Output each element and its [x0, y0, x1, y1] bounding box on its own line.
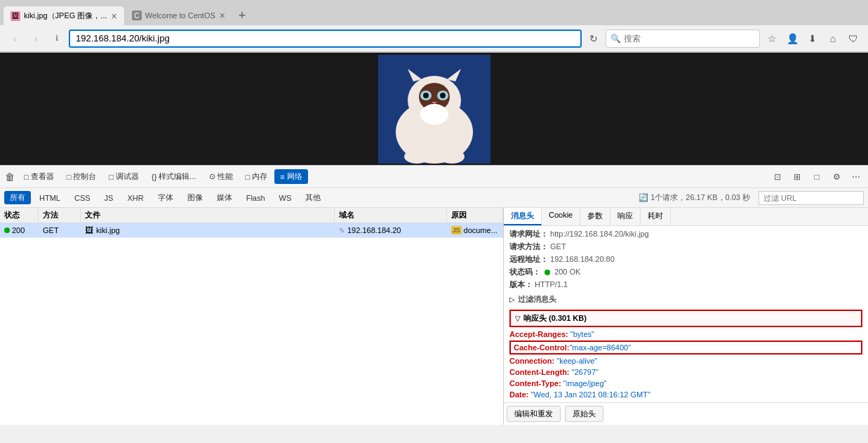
devtools-trash-button[interactable]: 🗑 [3, 170, 17, 184]
shield-button[interactable]: 🛡 [844, 29, 862, 48]
perf-icon: ⊙ [209, 172, 215, 181]
tab-kiki[interactable]: 🖼 kiki.jpg（JPEG 图像，... × [3, 6, 125, 25]
devtools-inspector-btn[interactable]: □ 查看器 [18, 169, 60, 184]
svg-point-9 [440, 93, 446, 98]
svg-point-13 [439, 150, 465, 164]
filter-all-btn[interactable]: 所有 [4, 191, 31, 204]
status-label: 状态码： [509, 267, 540, 276]
image-display-area [0, 53, 868, 165]
response-header-section: ▽ 响应头 (0.301 KB) Accept-Ranges: "bytes" … [509, 310, 862, 402]
cache-control-name: Cache-Control: [514, 343, 569, 352]
devtools-debugger-btn[interactable]: □ 调试器 [103, 169, 145, 184]
detail-tab-params[interactable]: 参数 [580, 208, 610, 225]
table-row[interactable]: 200 GET 🖼 kiki.jpg ✎ 192.168.184.20 JS d… [0, 223, 503, 238]
devtools-split-btn[interactable]: ⊞ [788, 168, 806, 186]
th-file: 文件 [81, 208, 335, 223]
th-domain: 域名 [335, 208, 447, 223]
tab-label-centos: Welcome to CentOS [145, 11, 215, 20]
filter-font-btn[interactable]: 字体 [152, 191, 179, 204]
inspector-label: 查看器 [31, 171, 54, 182]
devtools-network-btn[interactable]: ≡ 网络 [274, 169, 307, 184]
tab-label-kiki: kiki.jpg（JPEG 图像，... [24, 11, 107, 21]
home-button[interactable]: ⌂ [824, 29, 842, 48]
detail-tab-response[interactable]: 响应 [610, 208, 641, 225]
version-label: 版本： [509, 280, 533, 289]
filter-ws-btn[interactable]: WS [274, 192, 298, 204]
devtools-dock-btn[interactable]: ⊡ [768, 168, 787, 186]
request-method-row: 请求方法： GET [509, 242, 862, 252]
response-header-label: 响应头 (0.301 KB) [523, 313, 587, 324]
response-header-title[interactable]: ▽ 响应头 (0.301 KB) [509, 310, 862, 327]
perf-label: 性能 [218, 171, 233, 182]
filter-media-btn[interactable]: 媒体 [211, 191, 238, 204]
debugger-icon: □ [109, 173, 114, 181]
tab-centos[interactable]: C Welcome to CentOS × [125, 6, 232, 25]
cause-icon: JS [451, 226, 462, 234]
console-label: 控制台 [73, 171, 96, 182]
request-url-value: http://192.168.184.20/kiki.jpg [550, 230, 649, 238]
date-value: "Wed, 13 Jan 2021 08:16:12 GMT" [531, 390, 650, 399]
filter-xhr-btn[interactable]: XHR [121, 192, 149, 204]
devtools-settings-btn[interactable]: ⚙ [827, 168, 846, 186]
devtools-close-btn[interactable]: □ [808, 168, 826, 186]
devtools-more-btn[interactable]: ⋯ [847, 168, 865, 186]
content-length-value: "26797" [572, 368, 599, 376]
back-button[interactable]: ‹ [6, 29, 24, 48]
header-accept-ranges: Accept-Ranges: "bytes" [509, 329, 862, 339]
th-status: 状态 [0, 208, 39, 223]
detail-content: 请求网址： http://192.168.184.20/kiki.jpg 请求方… [504, 226, 868, 402]
svg-point-8 [423, 93, 429, 98]
filter-css-btn[interactable]: CSS [69, 192, 96, 204]
detail-tab-headers[interactable]: 消息头 [504, 208, 542, 225]
sync-button[interactable]: 👤 [783, 29, 801, 48]
detail-tab-cookie[interactable]: Cookie [542, 208, 580, 225]
refresh-button[interactable]: ↻ [585, 29, 603, 48]
network-container: 状态 方法 文件 域名 原因 200 GET 🖼 kiki.jpg ✎ 192 [0, 208, 868, 425]
edit-resend-button[interactable]: 编辑和重发 [507, 406, 561, 422]
detail-panel: 消息头 Cookie 参数 响应 耗时 请求网址： http://192.168… [503, 208, 868, 425]
nav-right-buttons: ☆ 👤 ⬇ ⌂ 🛡 [763, 29, 862, 48]
console-icon: □ [67, 173, 72, 181]
devtools-right-buttons: ⊡ ⊞ □ ⚙ ⋯ [768, 168, 865, 186]
remote-addr-label: 远程地址： [509, 255, 548, 263]
url-input[interactable] [69, 29, 582, 48]
info-icon: ℹ [48, 29, 66, 48]
search-input[interactable] [624, 34, 755, 44]
filter-section-header[interactable]: ▷ 过滤消息头 [509, 292, 862, 307]
filter-other-btn[interactable]: 其他 [300, 191, 326, 204]
filter-js-btn[interactable]: JS [99, 192, 119, 204]
url-filter-input[interactable] [759, 191, 864, 205]
filter-image-btn[interactable]: 图像 [182, 191, 208, 204]
content-length-name: Content-Length: [509, 368, 570, 376]
request-method-label: 请求方法： [509, 242, 548, 251]
new-tab-button[interactable]: + [232, 6, 252, 25]
devtools-toolbar: 🗑 □ 查看器 □ 控制台 □ 调试器 {} 样式编辑... ⊙ 性能 □ 内存… [0, 166, 868, 188]
detail-tab-timing[interactable]: 耗时 [641, 208, 671, 225]
devtools-perf-btn[interactable]: ⊙ 性能 [203, 169, 239, 184]
th-cause: 原因 [447, 208, 503, 223]
filter-html-btn[interactable]: HTML [34, 192, 66, 204]
search-icon: 🔍 [610, 34, 621, 44]
tab-close-centos[interactable]: × [220, 10, 225, 21]
version-row: 版本： HTTP/1.1 [509, 279, 862, 290]
request-summary: 🔄 1个请求，26.17 KB，0.03 秒 [639, 192, 750, 203]
filter-toggle-icon: ▷ [509, 296, 515, 303]
devtools-panel: 🗑 □ 查看器 □ 控制台 □ 调试器 {} 样式编辑... ⊙ 性能 □ 内存… [0, 165, 868, 425]
devtools-memory-btn[interactable]: □ 内存 [240, 169, 274, 184]
header-date: Date: "Wed, 13 Jan 2021 08:16:12 GMT" [509, 390, 862, 399]
tab-close-kiki[interactable]: × [112, 11, 117, 22]
download-button[interactable]: ⬇ [803, 29, 822, 48]
raw-button[interactable]: 原始头 [565, 406, 603, 422]
forward-button[interactable]: › [27, 29, 45, 48]
cache-control-value: "max-age=86400" [569, 343, 631, 352]
bookmark-button[interactable]: ☆ [763, 29, 781, 48]
version-value: HTTP/1.1 [535, 280, 568, 289]
connection-value: "keep-alive" [556, 357, 597, 365]
devtools-console-btn[interactable]: □ 控制台 [61, 169, 102, 184]
domain-icon: ✎ [339, 227, 345, 234]
request-url-label: 请求网址： [509, 230, 548, 238]
tab-bar: 🖼 kiki.jpg（JPEG 图像，... × C Welcome to Ce… [0, 0, 868, 25]
filter-flash-btn[interactable]: Flash [241, 192, 271, 204]
devtools-style-btn[interactable]: {} 样式编辑... [146, 169, 202, 184]
header-connection: Connection: "keep-alive" [509, 356, 862, 366]
